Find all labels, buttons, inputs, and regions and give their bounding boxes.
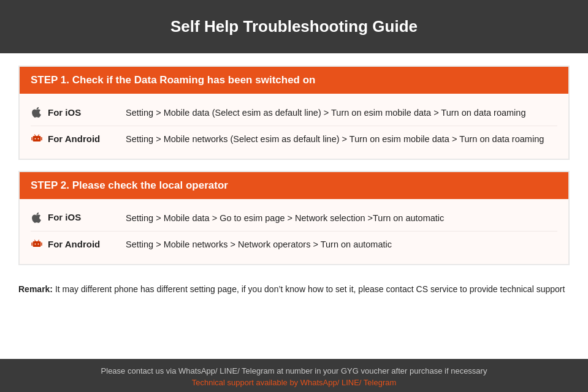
step2-card: STEP 2. Please check the local operator … bbox=[18, 171, 570, 265]
svg-point-0 bbox=[35, 138, 36, 140]
svg-point-1 bbox=[38, 138, 39, 140]
svg-point-2 bbox=[35, 244, 36, 245]
step2-android-text-label: For Android bbox=[48, 239, 100, 249]
android-icon bbox=[31, 132, 43, 145]
step1-ios-instruction: Setting > Mobile data (Select esim as de… bbox=[126, 106, 557, 119]
apple-icon bbox=[31, 106, 43, 118]
remark-text: It may different phone has different set… bbox=[55, 284, 565, 294]
step2-ios-row: For iOS Setting > Mobile data > Go to es… bbox=[31, 205, 557, 232]
step2-ios-instruction: Setting > Mobile data > Go to esim page … bbox=[126, 211, 557, 225]
step1-body: For iOS Setting > Mobile data (Select es… bbox=[20, 94, 568, 159]
remark-label: Remark: bbox=[18, 284, 53, 294]
step1-android-row: For Android Setting > Mobile networks (S… bbox=[31, 126, 557, 152]
remark-section: Remark: It may different phone has diffe… bbox=[18, 276, 570, 301]
step2-android-row: For Android Setting > Mobile networks > … bbox=[31, 232, 557, 257]
step2-android-label: For Android bbox=[31, 238, 126, 250]
main-content: STEP 1. Check if the Data Roaming has be… bbox=[0, 53, 588, 359]
step1-ios-text-label: For iOS bbox=[48, 107, 81, 118]
step2-android-instruction: Setting > Mobile networks > Network oper… bbox=[126, 238, 557, 251]
step2-ios-text-label: For iOS bbox=[48, 212, 81, 222]
step1-ios-row: For iOS Setting > Mobile data (Select es… bbox=[31, 100, 557, 126]
step1-android-text-label: For Android bbox=[48, 134, 100, 144]
apple-icon-2 bbox=[31, 211, 43, 224]
step1-header: STEP 1. Check if the Data Roaming has be… bbox=[20, 67, 568, 94]
android-icon-2 bbox=[31, 238, 43, 250]
footer-contact-text: Please contact us via WhatsApp/ LINE/ Te… bbox=[12, 366, 576, 375]
footer-support-text: Technical support available by WhatsApp/… bbox=[12, 378, 576, 387]
step1-android-instruction: Setting > Mobile networks (Select esim a… bbox=[126, 132, 557, 146]
page-footer: Please contact us via WhatsApp/ LINE/ Te… bbox=[0, 359, 588, 392]
svg-point-3 bbox=[38, 244, 39, 245]
step2-body: For iOS Setting > Mobile data > Go to es… bbox=[20, 199, 568, 264]
step1-ios-label: For iOS bbox=[31, 106, 126, 118]
step1-card: STEP 1. Check if the Data Roaming has be… bbox=[18, 66, 570, 160]
step1-android-label: For Android bbox=[31, 132, 126, 145]
page-title: Self Help Troubleshooting Guide bbox=[12, 17, 576, 36]
step2-ios-label: For iOS bbox=[31, 211, 126, 224]
page-header: Self Help Troubleshooting Guide bbox=[0, 0, 588, 53]
step2-header: STEP 2. Please check the local operator bbox=[20, 172, 568, 199]
